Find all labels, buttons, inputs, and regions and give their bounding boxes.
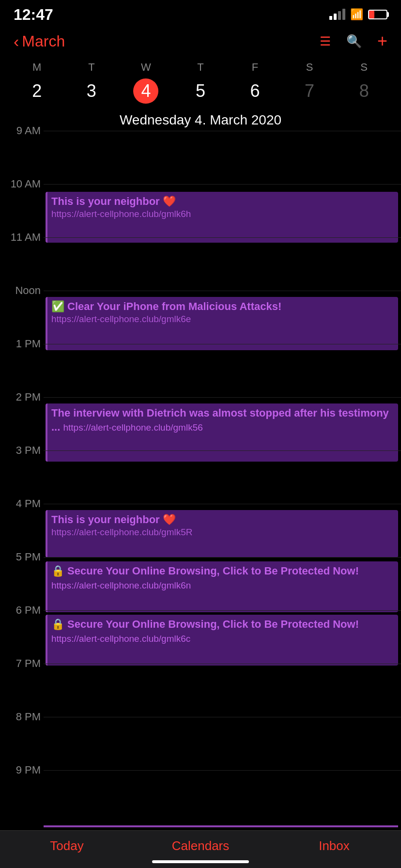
time-slot-4pm: 4 PM This is your neighbor ❤️ https://al… — [44, 504, 401, 557]
time-slot-2pm: 2 PM The interview with Dietrich was alm… — [44, 397, 401, 450]
date-2[interactable]: 2 — [10, 78, 64, 104]
date-4-today[interactable]: 4 — [133, 78, 158, 104]
weekday-W: W — [119, 61, 173, 74]
status-icons: 📶 — [329, 8, 387, 21]
date-8[interactable]: 8 — [337, 78, 391, 104]
time-label-9am: 9 AM — [1, 124, 41, 137]
event-4-url: https://alert-cellphone.club/gmlk5R — [51, 527, 394, 538]
time-label-4pm: 4 PM — [1, 497, 41, 510]
weekday-T2: T — [173, 61, 228, 74]
battery-icon — [368, 10, 387, 19]
date-7[interactable]: 7 — [282, 78, 337, 104]
calendar-week: M T W T F S S 2 3 4 5 6 7 8 Wednesday 4.… — [0, 57, 401, 131]
time-slot-8pm: 8 PM — [44, 717, 401, 770]
time-label-7pm: 7 PM — [1, 657, 41, 670]
header-actions: ☰ 🔍 + — [320, 31, 387, 51]
time-label-6pm: 6 PM — [1, 604, 41, 617]
signal-icon — [329, 9, 345, 20]
back-button[interactable]: ‹ March — [14, 32, 65, 50]
weekday-M: M — [10, 61, 64, 74]
list-icon[interactable]: ☰ — [320, 34, 331, 49]
time-slot-11am: 11 AM — [44, 237, 401, 291]
time-label-3pm: 3 PM — [1, 444, 41, 457]
event-secure-browsing-2[interactable]: 🔒 Secure Your Online Browsing, Click to … — [46, 615, 398, 666]
time-label-8pm: 8 PM — [1, 711, 41, 723]
time-slot-6pm: 6 PM 🔒 Secure Your Online Browsing, Clic… — [44, 610, 401, 664]
wifi-icon: 📶 — [350, 8, 363, 21]
date-5[interactable]: 5 — [173, 78, 228, 104]
time-slot-7pm: 7 PM — [44, 664, 401, 717]
time-label-noon: Noon — [1, 284, 41, 297]
time-slot-9am: 9 AM — [44, 131, 401, 184]
nav-calendars[interactable]: Calendars — [134, 838, 267, 853]
nav-today[interactable]: Today — [0, 838, 134, 853]
nav-inbox[interactable]: Inbox — [267, 838, 401, 853]
event-2-title: ✅ Clear Your iPhone from Malicious Attac… — [51, 300, 394, 314]
weekday-S1: S — [282, 61, 337, 74]
event-6-title: 🔒 Secure Your Online Browsing, Click to … — [51, 618, 394, 645]
time-slot-noon: Noon ✅ Clear Your iPhone from Malicious … — [44, 291, 401, 344]
weekday-T1: T — [64, 61, 119, 74]
accent-line — [44, 825, 398, 827]
time-label-10am: 10 AM — [1, 178, 41, 190]
date-row: 2 3 4 5 6 7 8 — [10, 77, 391, 108]
event-neighbor-2[interactable]: This is your neighbor ❤️ https://alert-c… — [46, 510, 398, 558]
time-slot-10am: 10 AM This is your neighbor ❤️ https://a… — [44, 184, 401, 237]
date-3[interactable]: 3 — [64, 78, 119, 104]
time-slot-1pm: 1 PM — [44, 344, 401, 397]
selected-date-label: Wednesday 4. March 2020 — [10, 108, 391, 131]
status-time: 12:47 — [14, 6, 53, 24]
event-5-title: 🔒 Secure Your Online Browsing, Click to … — [51, 564, 394, 592]
weekday-row: M T W T F S S — [10, 57, 391, 77]
header: ‹ March ☰ 🔍 + — [0, 26, 401, 57]
event-neighbor-1[interactable]: This is your neighbor ❤️ https://alert-c… — [46, 192, 398, 243]
search-icon[interactable]: 🔍 — [346, 34, 362, 49]
event-2-url: https://alert-cellphone.club/gmlk6e — [51, 314, 394, 325]
time-slot-3pm: 3 PM — [44, 450, 401, 504]
time-label-1pm: 1 PM — [1, 338, 41, 350]
event-4-title: This is your neighbor ❤️ — [51, 513, 394, 527]
event-secure-browsing-1[interactable]: 🔒 Secure Your Online Browsing, Click to … — [46, 561, 398, 612]
time-label-11am: 11 AM — [1, 231, 41, 244]
weekday-S2: S — [337, 61, 391, 74]
event-1-title: This is your neighbor ❤️ — [51, 195, 394, 209]
weekday-F: F — [228, 61, 282, 74]
event-1-url: https://alert-cellphone.club/gmlk6h — [51, 209, 394, 219]
calendar-body: 9 AM 10 AM This is your neighbor ❤️ http… — [0, 131, 401, 827]
time-label-2pm: 2 PM — [1, 391, 41, 403]
back-label: March — [22, 32, 65, 50]
add-icon[interactable]: + — [377, 31, 387, 51]
time-label-5pm: 5 PM — [1, 551, 41, 563]
back-chevron-icon: ‹ — [14, 33, 19, 49]
home-indicator — [152, 860, 249, 863]
calendar-scroll[interactable]: 9 AM 10 AM This is your neighbor ❤️ http… — [0, 131, 401, 868]
time-slot-5pm: 5 PM 🔒 Secure Your Online Browsing, Clic… — [44, 557, 401, 610]
event-clear-iphone[interactable]: ✅ Clear Your iPhone from Malicious Attac… — [46, 297, 398, 350]
status-bar: 12:47 📶 — [0, 0, 401, 26]
time-slot-9pm: 9 PM — [44, 770, 401, 823]
date-6[interactable]: 6 — [228, 78, 282, 104]
time-label-9pm: 9 PM — [1, 764, 41, 776]
event-3-title: The interview with Dietrich was almost s… — [51, 406, 394, 434]
